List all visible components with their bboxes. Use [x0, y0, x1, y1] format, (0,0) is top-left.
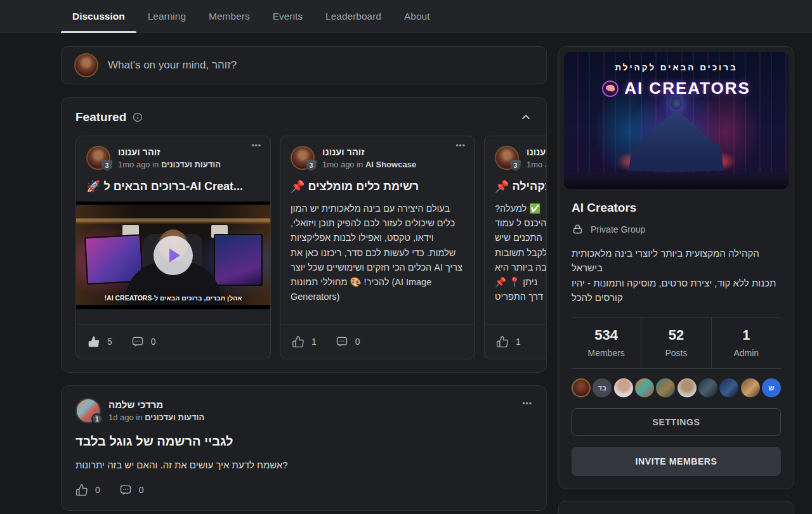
invite-members-button[interactable]: INVITE MEMBERS: [572, 447, 781, 476]
comment-button[interactable]: [131, 335, 144, 348]
group-name: AI Creators: [572, 201, 781, 215]
member-avatar[interactable]: [698, 378, 717, 397]
member-avatars-row: בד ש: [572, 368, 781, 397]
tab-members[interactable]: Members: [197, 0, 261, 32]
tab-leaderboard[interactable]: Leaderboard: [314, 0, 393, 32]
group-stats: 534 Members 52 Posts 1 Admin: [572, 318, 781, 368]
post-menu-icon[interactable]: •••: [522, 399, 532, 408]
author-name[interactable]: מרדכי שלמה: [108, 399, 204, 410]
level-badge: 1: [91, 413, 103, 425]
collapse-chevron-up-icon[interactable]: [520, 111, 532, 124]
group-description: הקהילה המקצועית ביותר ליוצרי בינה מלאכות…: [572, 246, 781, 305]
post-meta: 1mo ago in: [527, 160, 546, 169]
video-thumbnail[interactable]: אהלן חברים, ברוכים הבאים ל-AI CREATORS!: [76, 202, 270, 309]
leaderboard-card: Leaderboard (30-days): [558, 501, 794, 514]
post-title[interactable]: 🚀 ברוכים הבאים ל-AI Creat...: [76, 170, 270, 193]
tab-learning[interactable]: Learning: [136, 0, 197, 32]
post-title[interactable]: 📌 איך לנווט בקהילה: [485, 170, 546, 193]
member-avatar[interactable]: [741, 378, 760, 397]
featured-title: Featured: [75, 110, 126, 124]
group-cover-image[interactable]: ברוכים הבאים לקהילת 🧠 AI CREATORS: [564, 52, 789, 189]
feed-post[interactable]: 1 מרדכי שלמה 1d ago in הודעות ועדכונים •…: [61, 385, 547, 511]
post-body: אשמח לדעת איך עושים את זה. והאם יש בזה י…: [75, 459, 532, 470]
tab-events[interactable]: Events: [261, 0, 314, 32]
like-button[interactable]: [75, 484, 88, 496]
post-meta: 1mo ago in הודעות ועדכונים: [118, 160, 221, 169]
member-avatar[interactable]: [635, 378, 654, 397]
featured-card-welcome[interactable]: 3 זוהר וענונו 1mo ago in הודעות ועדכונים…: [75, 136, 271, 359]
post-meta: 1d ago in הודעות ועדכונים: [108, 413, 204, 422]
comment-button[interactable]: [336, 335, 348, 348]
cover-welcome-text: ברוכים הבאים לקהילת: [564, 63, 789, 72]
top-navigation: Discussion Learning Members Events Leade…: [0, 0, 812, 33]
comment-count: 0: [355, 337, 360, 347]
post-title[interactable]: לגביי הרשמה של גוגל בלבד: [75, 434, 532, 449]
video-monitor-right: [214, 234, 263, 286]
member-avatar[interactable]: [719, 378, 738, 397]
author-name[interactable]: זוהר וענונו: [118, 147, 221, 157]
current-user-avatar: [74, 53, 98, 77]
like-button[interactable]: [292, 335, 304, 348]
author-name[interactable]: זוהר וענונו: [322, 147, 416, 157]
lock-icon: [572, 223, 584, 235]
featured-section: Featured 3 זוהר וענונו 1mo ago in הודעות…: [61, 97, 547, 373]
discussion-feed: What's on your mind, זוהר? Featured 3 זו…: [61, 46, 547, 511]
video-caption: אהלן חברים, ברוכים הבאים ל-AI CREATORS!: [76, 294, 270, 302]
like-count: 1: [516, 337, 521, 347]
post-menu-icon[interactable]: •••: [251, 141, 261, 150]
member-avatar-initials[interactable]: ש: [762, 378, 781, 397]
stat-members[interactable]: 534 Members: [572, 318, 641, 368]
author-avatar[interactable]: 1: [75, 398, 101, 423]
tab-about[interactable]: About: [393, 0, 442, 32]
comment-count: 0: [151, 337, 156, 347]
stat-posts[interactable]: 52 Posts: [641, 318, 710, 368]
comment-count: 0: [139, 485, 144, 495]
author-avatar[interactable]: 3: [495, 146, 519, 170]
like-count: 0: [95, 485, 100, 495]
post-body: ✅ למעלה? היכנס ל עמוד התכנים שיש לקבל תש…: [485, 193, 546, 304]
member-avatar[interactable]: [678, 378, 697, 397]
author-avatar[interactable]: 3: [291, 146, 315, 170]
level-badge: 3: [510, 160, 521, 171]
member-avatar[interactable]: [656, 378, 675, 397]
cover-brand-text: AI CREATORS: [624, 79, 750, 98]
comment-button[interactable]: [119, 484, 132, 496]
member-avatar-initials[interactable]: בד: [593, 378, 612, 397]
composer-placeholder: What's on your mind, זוהר?: [108, 59, 237, 72]
author-avatar[interactable]: 3: [86, 146, 110, 170]
stat-admin[interactable]: 1 Admin: [711, 318, 781, 368]
settings-button[interactable]: SETTINGS: [572, 408, 781, 436]
member-avatar[interactable]: [614, 378, 633, 397]
like-count: 1: [311, 337, 317, 347]
space-name[interactable]: הודעות ועדכונים: [145, 413, 204, 422]
featured-cards-row: 3 זוהר וענונו 1mo ago in הודעות ועדכונים…: [75, 136, 546, 359]
like-count: 5: [107, 337, 112, 347]
post-body: בעולם היצירה עם בינה מלאכותית יש המון כל…: [280, 193, 475, 304]
post-menu-icon[interactable]: •••: [455, 141, 466, 150]
cover-desk: [564, 172, 789, 189]
tab-discussion[interactable]: Discussion: [61, 0, 136, 32]
featured-card-tools[interactable]: 3 זוהר וענונו 1mo ago in AI Showcase •••…: [280, 136, 475, 359]
group-sidebar: ברוכים הבאים לקהילת 🧠 AI CREATORS AI Cre…: [558, 46, 794, 514]
post-composer[interactable]: What's on your mind, זוהר?: [61, 46, 547, 84]
info-icon[interactable]: [132, 112, 143, 123]
like-button[interactable]: [88, 335, 100, 348]
play-button[interactable]: [154, 236, 193, 275]
member-avatar[interactable]: [572, 378, 591, 397]
brain-icon: 🧠: [602, 80, 619, 97]
space-name[interactable]: הודעות ועדכונים: [161, 160, 221, 169]
group-info-card: ברוכים הבאים לקהילת 🧠 AI CREATORS AI Cre…: [558, 46, 794, 489]
space-name[interactable]: AI Showcase: [365, 160, 416, 169]
level-badge: 3: [306, 160, 317, 171]
post-title[interactable]: 📌 רשימת כלים מומלצים: [280, 170, 475, 193]
level-badge: 3: [102, 160, 112, 171]
featured-card-navigate[interactable]: 3 זוהר וענונו 1mo ago in 📌 איך לנווט בקה…: [484, 136, 546, 359]
privacy-label: Private Group: [591, 224, 645, 235]
like-button[interactable]: [496, 335, 509, 348]
post-meta: 1mo ago in AI Showcase: [322, 160, 416, 169]
author-name[interactable]: זוהר וענונו: [527, 147, 546, 157]
